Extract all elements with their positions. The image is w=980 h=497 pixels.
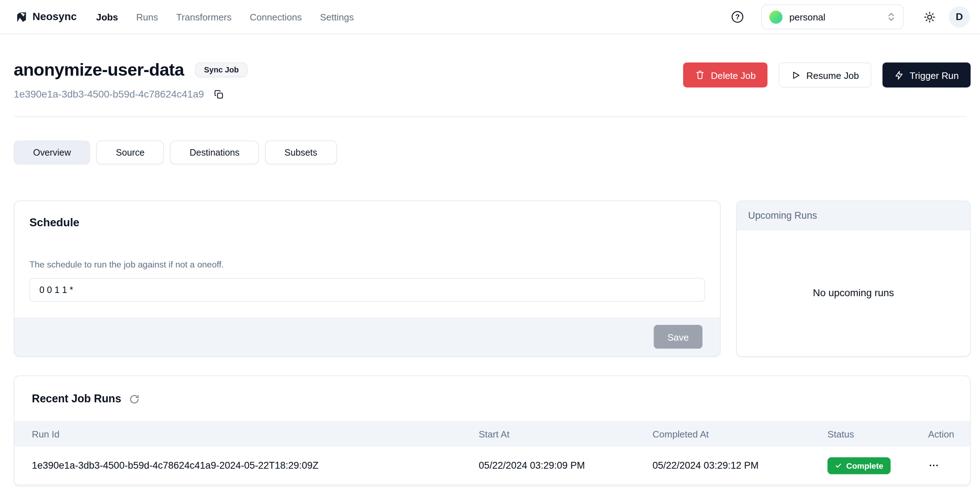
chevron-up-down-icon xyxy=(887,12,895,22)
resume-job-label: Resume Job xyxy=(807,70,859,80)
header-actions: Delete Job Resume Job xyxy=(683,62,970,100)
nav-item-runs[interactable]: Runs xyxy=(136,11,158,22)
check-icon xyxy=(835,462,842,469)
nav-item-settings[interactable]: Settings xyxy=(320,11,354,22)
job-id-text: 1e390e1a-3db3-4500-b59d-4c78624c41a9 xyxy=(14,89,204,100)
schedule-title: Schedule xyxy=(29,216,705,230)
recent-runs-table: Run Id Start At Completed At Status Acti… xyxy=(14,421,970,485)
theme-toggle-button[interactable] xyxy=(924,11,935,22)
brand-name: Neosync xyxy=(33,11,77,23)
account-color-dot xyxy=(770,10,783,24)
recent-runs-heading-row: Recent Job Runs xyxy=(14,376,970,406)
refresh-icon xyxy=(129,394,140,404)
primary-nav: Jobs Runs Transformers Connections Setti… xyxy=(96,11,354,22)
tab-destinations[interactable]: Destinations xyxy=(170,141,259,164)
account-name: personal xyxy=(789,11,887,22)
status-badge: Complete xyxy=(827,457,891,474)
resume-job-button[interactable]: Resume Job xyxy=(779,62,871,87)
start-at-cell: 05/22/2024 03:29:09 PM xyxy=(479,460,652,471)
sun-icon xyxy=(924,11,935,22)
tab-subsets[interactable]: Subsets xyxy=(265,141,336,164)
cron-schedule-input[interactable] xyxy=(29,278,705,302)
col-run-id: Run Id xyxy=(32,429,479,439)
completed-at-cell: 05/22/2024 03:29:12 PM xyxy=(652,460,827,471)
schedule-card-footer: Save xyxy=(14,318,720,356)
app-window: Neosync Jobs Runs Transformers Connectio… xyxy=(0,0,980,497)
schedule-card: Schedule The schedule to run the job aga… xyxy=(14,200,721,357)
zap-icon xyxy=(895,70,904,79)
status-label: Complete xyxy=(846,461,883,470)
delete-job-label: Delete Job xyxy=(711,70,756,80)
trigger-run-label: Trigger Run xyxy=(910,70,959,80)
save-button[interactable]: Save xyxy=(654,325,702,349)
trigger-run-button[interactable]: Trigger Run xyxy=(883,62,970,87)
play-icon xyxy=(791,70,801,79)
help-button[interactable]: ? xyxy=(731,11,744,23)
col-status: Status xyxy=(827,429,928,439)
header-separator xyxy=(14,116,967,117)
nav-item-jobs[interactable]: Jobs xyxy=(96,11,118,22)
col-start-at: Start At xyxy=(479,429,652,439)
help-icon: ? xyxy=(731,11,744,23)
top-navbar: Neosync Jobs Runs Transformers Connectio… xyxy=(0,0,980,35)
nav-left: Neosync Jobs Runs Transformers Connectio… xyxy=(15,10,354,24)
upcoming-runs-empty-state: No upcoming runs xyxy=(737,230,970,356)
nav-right: ? personal xyxy=(731,4,970,29)
copy-job-id-button[interactable] xyxy=(214,89,224,99)
page-header: anonymize-user-data Sync Job 1e390e1a-3d… xyxy=(14,60,970,100)
page-title: anonymize-user-data xyxy=(14,60,184,81)
run-id-cell[interactable]: 1e390e1a-3db3-4500-b59d-4c78624c41a9-202… xyxy=(32,460,479,471)
copy-icon xyxy=(214,89,224,99)
recent-job-runs-card: Recent Job Runs Run Id Start At Complete… xyxy=(14,375,970,486)
more-horizontal-icon xyxy=(928,460,939,471)
trash-icon xyxy=(695,70,705,80)
upcoming-runs-card: Upcoming Runs No upcoming runs xyxy=(736,200,970,357)
refresh-runs-button[interactable] xyxy=(129,394,140,404)
table-header-row: Run Id Start At Completed At Status Acti… xyxy=(14,421,970,446)
job-type-badge: Sync Job xyxy=(195,62,248,78)
account-select[interactable]: personal xyxy=(761,4,904,29)
col-completed-at: Completed At xyxy=(652,429,827,439)
nav-item-transformers[interactable]: Transformers xyxy=(176,11,231,22)
user-avatar[interactable]: D xyxy=(949,6,970,27)
title-row: anonymize-user-data Sync Job xyxy=(14,60,248,81)
recent-runs-title: Recent Job Runs xyxy=(32,392,121,406)
schedule-description: The schedule to run the job against if n… xyxy=(29,259,705,269)
job-tabs: Overview Source Destinations Subsets xyxy=(14,141,970,164)
svg-text:?: ? xyxy=(735,13,740,21)
brand-link[interactable]: Neosync xyxy=(15,10,77,24)
table-row: 1e390e1a-3db3-4500-b59d-4c78624c41a9-202… xyxy=(14,447,970,485)
upcoming-runs-header: Upcoming Runs xyxy=(737,201,970,230)
row-actions-button[interactable] xyxy=(928,460,939,471)
action-cell xyxy=(928,460,952,471)
nav-item-connections[interactable]: Connections xyxy=(250,11,302,22)
job-id-row: 1e390e1a-3db3-4500-b59d-4c78624c41a9 xyxy=(14,89,248,100)
status-cell: Complete xyxy=(827,457,928,474)
tab-source[interactable]: Source xyxy=(97,141,164,164)
overview-cards-row: Schedule The schedule to run the job aga… xyxy=(14,200,970,357)
main-content: anonymize-user-data Sync Job 1e390e1a-3d… xyxy=(14,60,970,486)
schedule-card-body: Schedule The schedule to run the job aga… xyxy=(14,201,720,317)
col-action: Action xyxy=(928,429,954,439)
delete-job-button[interactable]: Delete Job xyxy=(683,62,768,87)
tab-overview[interactable]: Overview xyxy=(14,141,90,164)
title-block: anonymize-user-data Sync Job 1e390e1a-3d… xyxy=(14,60,248,100)
neosync-logo-icon xyxy=(15,10,28,24)
